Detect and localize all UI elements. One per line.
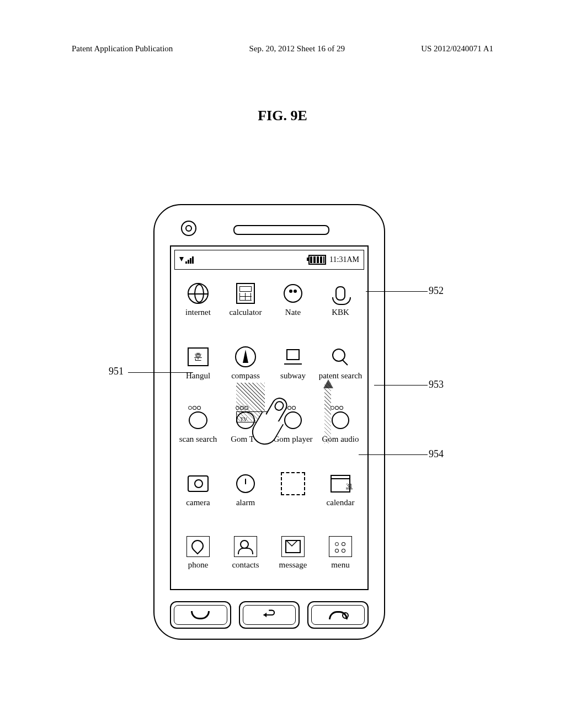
callout-951: 951 — [109, 366, 124, 377]
app-gom-audio[interactable]: Gom audio — [317, 409, 364, 444]
app-scan-search[interactable]: scan search — [174, 409, 222, 444]
end-button[interactable] — [307, 601, 369, 629]
app-kbk[interactable]: KBK — [317, 282, 364, 317]
scan-icon — [189, 411, 207, 429]
up-arrow-icon — [323, 379, 333, 388]
callout-952: 952 — [429, 285, 444, 297]
drag-path — [324, 383, 331, 443]
app-internet[interactable]: internet — [174, 282, 222, 317]
battery-icon — [308, 255, 326, 265]
end-icon — [311, 605, 365, 625]
app-subway[interactable]: subway — [269, 346, 317, 381]
empty-slot-icon — [281, 472, 305, 495]
call-button[interactable] — [170, 601, 231, 629]
status-bar: 11:31AM — [174, 250, 364, 270]
leader-954 — [359, 454, 428, 455]
menu-icon — [329, 536, 352, 557]
status-time: 11:31AM — [329, 255, 359, 264]
back-button[interactable] — [239, 601, 300, 629]
phone-icon — [186, 536, 210, 557]
header-right: US 2012/0240071 A1 — [421, 44, 493, 53]
device: 11:31AM internet calculator Nate KBK 훈Ha… — [153, 204, 385, 640]
app-calendar[interactable]: calendar — [317, 473, 364, 507]
speaker-icon — [233, 225, 329, 235]
leader-951 — [128, 372, 193, 373]
home-screen[interactable]: internet calculator Nate KBK 훈Hangul com… — [174, 277, 364, 585]
app-hangul[interactable]: 훈Hangul — [174, 346, 222, 381]
compass-label-box — [236, 411, 267, 422]
leader-952 — [366, 291, 428, 292]
callout-954: 954 — [429, 448, 444, 460]
page-header: Patent Application Publication Sep. 20, … — [72, 44, 493, 53]
calculator-icon — [236, 283, 255, 304]
call-icon — [174, 605, 227, 625]
dock-phone[interactable]: phone — [174, 536, 222, 570]
compass-icon — [235, 346, 256, 367]
dock-menu[interactable]: menu — [317, 536, 364, 570]
leader-953 — [374, 385, 428, 386]
globe-icon — [188, 283, 209, 304]
app-camera[interactable]: camera — [174, 473, 222, 507]
app-nate[interactable]: Nate — [269, 282, 317, 317]
app-gom-player[interactable]: Gom player — [269, 409, 317, 444]
app-compass[interactable]: compass — [222, 346, 269, 381]
camera-icon — [188, 475, 209, 492]
gomplayer-icon — [284, 411, 302, 429]
dock-message[interactable]: message — [269, 536, 317, 570]
alarm-icon — [236, 474, 255, 493]
header-left: Patent Application Publication — [72, 44, 173, 53]
signal-icon — [179, 256, 194, 264]
front-camera-icon — [181, 221, 196, 236]
app-calculator[interactable]: calculator — [222, 282, 269, 317]
back-icon — [243, 605, 296, 625]
hardware-buttons — [170, 601, 369, 629]
hangul-icon: 훈 — [188, 347, 209, 366]
header-center: Sep. 20, 2012 Sheet 16 of 29 — [249, 44, 345, 53]
app-placeholder[interactable] — [269, 473, 317, 507]
mic-icon — [335, 286, 345, 301]
app-alarm[interactable]: alarm — [222, 473, 269, 507]
calendar-icon — [331, 475, 350, 493]
message-icon — [281, 536, 305, 557]
nate-icon — [284, 284, 302, 303]
screen[interactable]: 11:31AM internet calculator Nate KBK 훈Ha… — [170, 245, 369, 590]
callout-953: 953 — [429, 379, 444, 390]
contacts-icon — [234, 536, 257, 557]
subway-icon — [283, 348, 303, 366]
figure-title: FIG. 9E — [0, 108, 565, 124]
dock-contacts[interactable]: contacts — [222, 536, 269, 570]
magnifier-icon — [331, 347, 350, 366]
app-patent-search[interactable]: patent search — [317, 346, 364, 381]
gomaudio-icon — [332, 411, 349, 429]
